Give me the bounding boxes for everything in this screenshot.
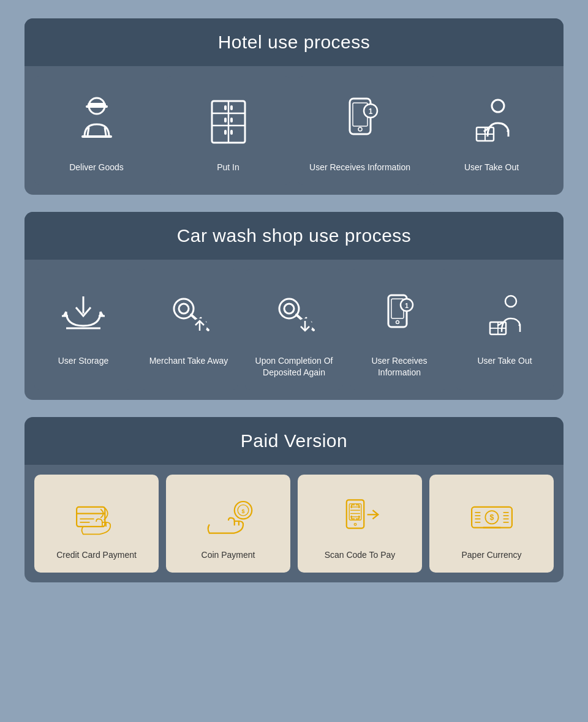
paid-item-coin: $ Coin Payment [166, 475, 290, 573]
carwash-item-merchant: Merchant Take Away [140, 269, 238, 390]
svg-point-18 [358, 127, 362, 131]
svg-point-22 [492, 100, 504, 112]
paid-credit-card-label: Credit Card Payment [56, 549, 137, 562]
hotel-user-receives-label: User Receives Information [309, 162, 410, 174]
paid-coin-label: Coin Payment [202, 549, 255, 562]
carwash-storage-label: User Storage [58, 355, 108, 367]
user-take-out-icon [461, 91, 522, 152]
paid-section: Paid Version [24, 417, 564, 582]
user-receives-2-icon: 1 [369, 284, 430, 345]
svg-rect-10 [224, 105, 227, 110]
carwash-user-take-out-label: User Take Out [477, 355, 532, 367]
hotel-section-header: Hotel use process [24, 18, 564, 66]
merchant-take-away-icon [158, 284, 219, 345]
deposited-again-icon [263, 284, 325, 345]
hotel-items-row: Deliver Goods [24, 66, 564, 195]
paid-items-row: Credit Card Payment $ Coin Payment [24, 465, 564, 582]
svg-line-24 [507, 130, 508, 132]
hotel-deliver-goods-label: Deliver Goods [69, 162, 124, 174]
carwash-section-title: Car wash shop use process [177, 225, 412, 246]
hotel-section-title: Hotel use process [218, 32, 371, 52]
hotel-section: Hotel use process [24, 18, 564, 195]
hotel-item-user-receives: 1 User Receives Information [298, 76, 422, 185]
svg-rect-11 [230, 105, 233, 110]
svg-point-35 [179, 304, 189, 314]
hotel-user-take-out-label: User Take Out [464, 162, 519, 174]
paid-section-header: Paid Version [24, 417, 564, 465]
svg-rect-13 [230, 118, 233, 122]
carwash-item-storage: User Storage [34, 269, 132, 390]
paid-item-credit-card: Credit Card Payment [34, 475, 159, 573]
svg-rect-15 [230, 130, 233, 135]
carwash-items-row: User Storage M [24, 260, 564, 400]
deliver-goods-icon [66, 91, 127, 152]
svg-point-42 [284, 304, 294, 314]
paid-item-paper-currency: $ Paper Currency [429, 475, 554, 573]
coin-payment-icon: $ [204, 492, 253, 541]
carwash-merchant-label: Merchant Take Away [149, 355, 228, 367]
hotel-put-in-label: Put In [217, 162, 239, 174]
svg-point-73 [354, 523, 356, 525]
svg-text:$: $ [489, 513, 494, 522]
user-storage-icon [53, 284, 114, 345]
carwash-item-deposited: Upon Completion Of Deposited Again [245, 269, 343, 390]
svg-line-5 [105, 127, 106, 135]
svg-rect-3 [81, 135, 112, 138]
svg-text:1: 1 [368, 107, 372, 116]
carwash-item-user-take-out: User Take Out [456, 269, 554, 390]
user-take-out-2-icon [474, 284, 535, 345]
svg-rect-14 [224, 130, 227, 135]
carwash-section: Car wash shop use process [24, 212, 564, 400]
carwash-user-receives-label: User Receives Information [356, 355, 442, 379]
svg-line-4 [88, 127, 89, 135]
hotel-item-deliver-goods: Deliver Goods [34, 76, 159, 185]
paper-currency-icon: $ [467, 492, 516, 541]
hotel-item-put-in: Put In [166, 76, 290, 185]
carwash-deposited-label: Upon Completion Of Deposited Again [251, 355, 337, 379]
scan-code-icon [336, 492, 385, 541]
svg-line-56 [519, 325, 520, 326]
carwash-item-user-receives: 1 User Receives Information [350, 269, 448, 390]
put-in-icon [198, 91, 259, 152]
svg-point-54 [505, 296, 516, 307]
svg-rect-2 [86, 105, 108, 108]
paid-item-scan-code: Scan Code To Pay [298, 475, 422, 573]
carwash-section-header: Car wash shop use process [24, 212, 564, 260]
paid-scan-code-label: Scan Code To Pay [325, 549, 396, 562]
svg-point-50 [396, 320, 399, 323]
svg-rect-12 [224, 118, 227, 122]
svg-text:1: 1 [405, 302, 409, 309]
svg-text:$: $ [241, 508, 244, 514]
credit-card-icon [72, 492, 121, 541]
paid-section-title: Paid Version [241, 431, 347, 451]
paid-paper-currency-label: Paper Currency [461, 549, 521, 562]
hotel-item-user-take-out: User Take Out [429, 76, 554, 185]
user-receives-icon: 1 [330, 91, 391, 152]
